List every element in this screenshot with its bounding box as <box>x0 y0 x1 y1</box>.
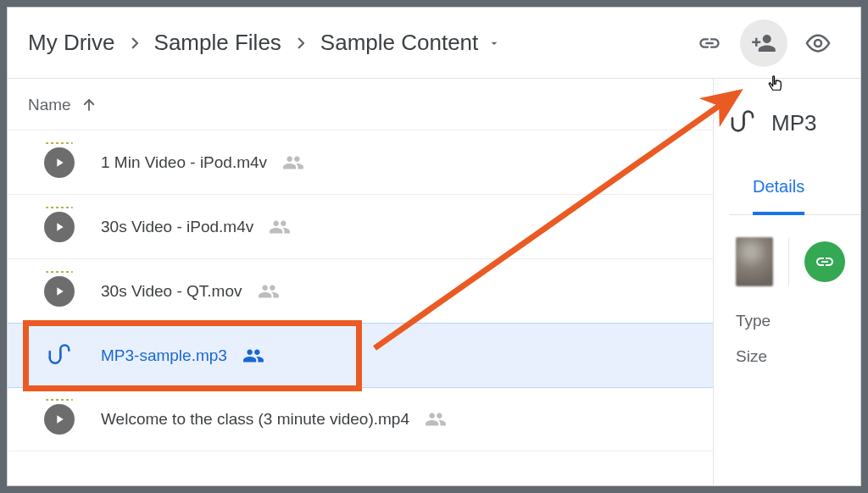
column-label: Name <box>28 96 71 114</box>
file-row[interactable]: Welcome to the class (3 minute video).mp… <box>8 387 713 451</box>
file-name: Welcome to the class (3 minute video).mp… <box>101 410 409 429</box>
shared-icon <box>282 152 304 174</box>
video-icon <box>43 275 75 307</box>
details-file-title: MP3 <box>729 109 860 136</box>
owner-avatar[interactable] <box>736 237 773 286</box>
sharing-summary <box>736 237 860 286</box>
shared-icon <box>269 216 291 238</box>
video-icon <box>43 403 75 435</box>
file-row[interactable]: MP3-sample.mp3 <box>8 323 713 387</box>
app-window: My Drive Sample Files Sample Content Nam… <box>7 7 861 486</box>
link-sharing-badge[interactable] <box>804 241 845 282</box>
breadcrumb-sample-content[interactable]: Sample Content <box>315 26 483 59</box>
breadcrumb-my-drive[interactable]: My Drive <box>23 26 120 59</box>
preview-button[interactable] <box>794 19 842 67</box>
breadcrumb-sample-files[interactable]: Sample Files <box>149 26 287 59</box>
video-icon <box>43 211 75 243</box>
file-name: 1 Min Video - iPod.m4v <box>101 153 267 172</box>
meta-type-label: Type <box>736 312 860 330</box>
chevron-right-icon <box>287 29 315 58</box>
details-panel: MP3 Details Type Size <box>713 79 860 485</box>
tab-details[interactable]: Details <box>753 170 804 215</box>
file-name: 30s Video - iPod.m4v <box>101 218 253 236</box>
get-link-button[interactable] <box>686 19 733 67</box>
column-header-name[interactable]: Name <box>8 79 713 130</box>
chevron-right-icon <box>120 29 149 58</box>
meta-size-label: Size <box>736 347 860 366</box>
file-row[interactable]: 30s Video - iPod.m4v <box>8 194 713 258</box>
sort-ascending-icon <box>81 97 97 113</box>
shared-icon <box>242 345 264 367</box>
file-name: 30s Video - QT.mov <box>101 282 242 301</box>
svg-point-0 <box>815 40 821 47</box>
file-row[interactable]: 1 Min Video - iPod.m4v <box>8 130 713 194</box>
file-row[interactable]: 30s Video - QT.mov <box>8 258 713 323</box>
shared-icon <box>425 408 447 430</box>
file-name: MP3-sample.mp3 <box>101 346 227 365</box>
divider <box>788 238 789 285</box>
breadcrumb-dropdown[interactable] <box>483 36 505 50</box>
details-title-text: MP3 <box>771 110 816 136</box>
video-icon <box>43 147 75 179</box>
header-toolbar: My Drive Sample Files Sample Content <box>8 8 860 79</box>
shared-icon <box>258 280 280 302</box>
share-button[interactable] <box>740 19 787 67</box>
headphones-icon <box>43 340 75 372</box>
file-list: Name 1 Min Video - iPod.m4v30s Video - i… <box>8 79 713 485</box>
